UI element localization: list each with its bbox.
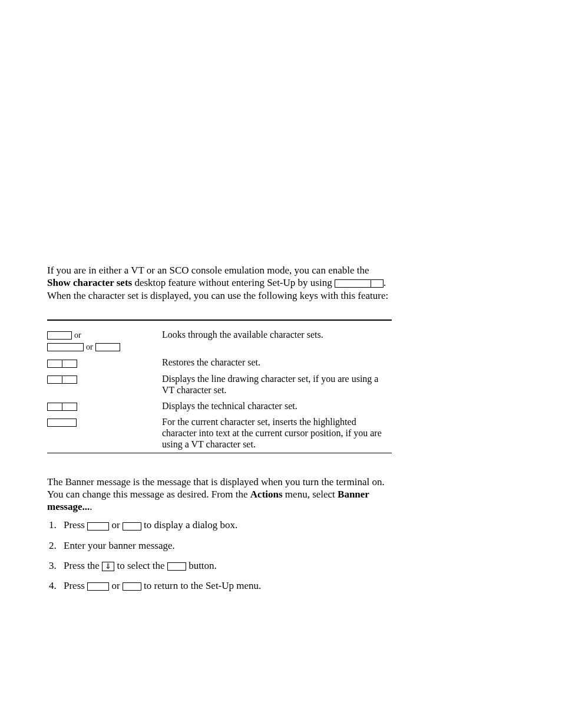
key-pair	[47, 400, 77, 411]
step-pre: Press	[64, 580, 87, 591]
key-placeholder	[62, 360, 77, 368]
key-placeholder	[87, 522, 109, 531]
key-cell: or or	[47, 327, 162, 355]
intro-paragraph: If you are in either a VT or an SCO cons…	[47, 264, 392, 302]
table-row: or or Looks through the available charac…	[47, 327, 392, 355]
key-pair	[47, 373, 77, 384]
step-post: to display a dialog box.	[141, 519, 237, 531]
desc-cell: Looks through the available character se…	[162, 327, 392, 355]
table-row: Restores the character set.	[47, 354, 392, 370]
step-post: to return to the Set-Up menu.	[141, 580, 262, 591]
key-table-section: or or Looks through the available charac…	[47, 319, 392, 453]
list-item: Enter your banner message.	[59, 539, 392, 552]
intro-bold1: Show character sets	[47, 277, 132, 288]
step-mid: or	[109, 580, 123, 591]
or-text: or	[86, 342, 93, 351]
or-text: or	[74, 331, 81, 340]
key-placeholder	[47, 360, 62, 368]
step-mid: to select the	[114, 560, 167, 571]
step-pre: Press	[64, 519, 87, 531]
key-placeholder	[123, 582, 141, 591]
key-placeholder	[123, 522, 141, 531]
key-placeholder	[62, 375, 77, 384]
document-content: If you are in either a VT or an SCO cons…	[47, 264, 392, 602]
key-table: or or Looks through the available charac…	[47, 327, 392, 453]
list-item: Press or to display a dialog box.	[59, 519, 392, 532]
key-placeholder	[47, 375, 62, 384]
banner-intro: The Banner message is the message that i…	[47, 476, 392, 513]
key-placeholder	[47, 331, 72, 340]
key-placeholder	[167, 562, 186, 571]
key-placeholder	[335, 279, 371, 288]
key-placeholder	[62, 403, 77, 411]
down-arrow-key: ⇓	[102, 562, 114, 571]
step-post: button.	[186, 560, 217, 571]
key-placeholder	[47, 343, 84, 351]
banner-text2: menu, select	[283, 489, 338, 500]
desc-cell: For the current character set, inserts t…	[162, 414, 392, 453]
table-bottom-rule	[47, 453, 392, 453]
banner-section: The Banner message is the message that i…	[47, 476, 392, 592]
key-placeholder	[371, 279, 384, 288]
desc-cell: Displays the line drawing character set,…	[162, 371, 392, 398]
desc-cell: Displays the technical character set.	[162, 398, 392, 414]
step-pre: Press the	[64, 560, 102, 571]
step-mid: or	[109, 519, 123, 531]
steps-list: Press or to display a dialog box. Enter …	[47, 519, 392, 592]
key-placeholder	[47, 403, 62, 411]
intro-text1: If you are in either a VT or an SCO cons…	[47, 265, 369, 276]
list-item: Press or to return to the Set-Up menu.	[59, 579, 392, 592]
table-row: For the current character set, inserts t…	[47, 414, 392, 453]
key-placeholder	[87, 582, 109, 591]
table-top-rule	[47, 319, 392, 321]
key-cell	[47, 414, 162, 453]
banner-bold1: Actions	[250, 489, 283, 500]
key-pair	[47, 357, 77, 368]
key-cell	[47, 398, 162, 414]
banner-text3: .	[90, 501, 92, 512]
list-item: Press the ⇓ to select the button.	[59, 559, 392, 572]
table-row: Displays the line drawing character set,…	[47, 371, 392, 398]
key-cell	[47, 354, 162, 370]
step-text: Enter your banner message.	[64, 540, 175, 551]
table-row: Displays the technical character set.	[47, 398, 392, 414]
intro-text2: desktop feature without entering Set-Up …	[132, 277, 335, 288]
key-placeholder	[95, 343, 120, 351]
key-placeholder	[47, 419, 77, 427]
key-cell	[47, 371, 162, 398]
desc-cell: Restores the character set.	[162, 354, 392, 370]
